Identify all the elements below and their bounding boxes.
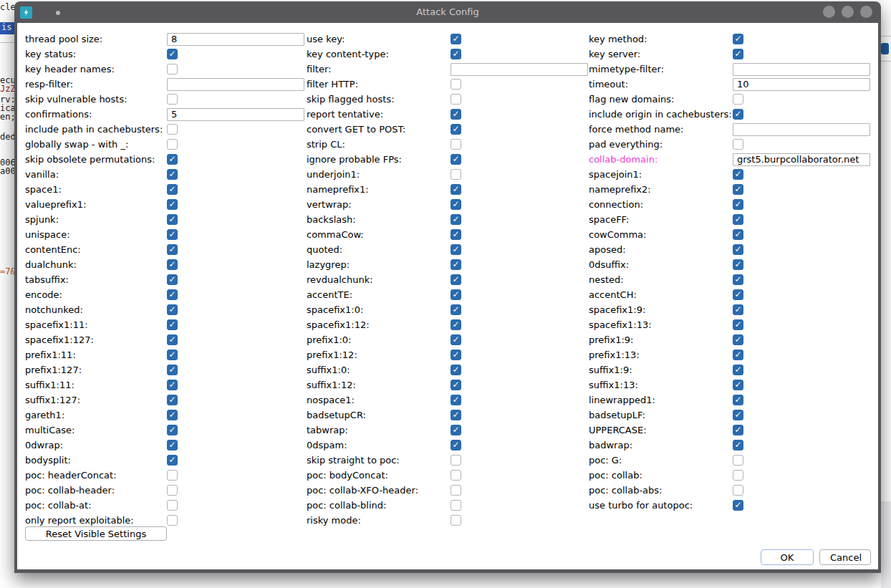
use-key-checkbox[interactable]: ✓ [451,34,461,44]
multicase-checkbox[interactable]: ✓ [167,425,178,435]
unispace-checkbox[interactable]: ✓ [167,229,178,240]
encode-checkbox[interactable]: ✓ [167,289,178,300]
revdualchunk-checkbox[interactable]: ✓ [451,274,461,285]
thread-pool-size-input[interactable] [167,33,304,46]
poc-bodyconcat-checkbox[interactable] [451,470,461,481]
risky-mode-checkbox[interactable] [451,515,461,526]
resp-filter-input[interactable] [167,78,304,91]
notchunked-checkbox[interactable]: ✓ [167,304,178,315]
quoted-checkbox[interactable]: ✓ [451,244,461,255]
linewrapped1-checkbox[interactable]: ✓ [733,395,743,405]
flag-new-domains-checkbox[interactable] [733,94,743,105]
suffix1-127-checkbox[interactable]: ✓ [167,395,178,405]
poc-collab-header-checkbox[interactable] [167,485,178,496]
mimetype-filter-input[interactable] [733,63,870,76]
suffix1-12-checkbox[interactable]: ✓ [451,380,461,390]
report-tentative-checkbox[interactable]: ✓ [451,109,461,120]
key-method-checkbox[interactable]: ✓ [733,34,743,44]
0dspam-checkbox[interactable]: ✓ [451,440,461,450]
0dwrap-checkbox[interactable]: ✓ [167,440,178,450]
key-status-checkbox[interactable]: ✓ [167,49,178,59]
contentenc-checkbox[interactable]: ✓ [167,244,178,255]
collab-domain-input[interactable] [733,153,870,166]
valueprefix1-checkbox[interactable]: ✓ [167,199,178,210]
cancel-button[interactable]: Cancel [819,549,871,565]
nameprefix1-checkbox[interactable]: ✓ [451,184,461,195]
spacefix1-127-checkbox[interactable]: ✓ [167,334,178,345]
dialog-titlebar[interactable]: Attack Config [14,1,881,23]
filter-input[interactable] [451,63,588,76]
poc-collab-checkbox[interactable] [733,470,743,481]
accentte-checkbox[interactable]: ✓ [451,289,461,300]
underjoin1-checkbox[interactable] [451,169,461,180]
strip-cl-checkbox[interactable] [451,139,461,150]
poc-collab-blind-checkbox[interactable] [451,500,461,511]
dualchunk-checkbox[interactable]: ✓ [167,259,178,270]
commacow-checkbox[interactable]: ✓ [451,229,461,240]
gareth1-checkbox[interactable]: ✓ [167,410,178,420]
prefix1-0-checkbox[interactable]: ✓ [451,334,461,345]
uppercase-checkbox[interactable]: ✓ [733,425,743,435]
force-method-name-input[interactable] [733,123,870,136]
key-content-type-checkbox[interactable]: ✓ [451,49,461,59]
key-server-checkbox[interactable]: ✓ [733,49,743,59]
reset-visible-settings-button[interactable]: Reset Visible Settings [25,526,167,541]
prefix1-11-checkbox[interactable]: ✓ [167,350,178,360]
spacefix1-0-checkbox[interactable]: ✓ [451,304,461,315]
suffix1-11-checkbox[interactable]: ✓ [167,380,178,390]
poc-collab-abs-checkbox[interactable] [733,485,743,496]
spaceff-checkbox[interactable]: ✓ [733,214,743,225]
vanilla-checkbox[interactable]: ✓ [167,169,178,180]
suffix1-0-checkbox[interactable]: ✓ [451,365,461,375]
close-button[interactable] [860,6,872,18]
connection-checkbox[interactable]: ✓ [733,199,743,210]
skip-flagged-hosts-checkbox[interactable] [451,94,461,105]
vertwrap-checkbox[interactable]: ✓ [451,199,461,210]
lazygrep-checkbox[interactable]: ✓ [451,259,461,270]
aposed-checkbox[interactable]: ✓ [733,244,743,255]
nested-checkbox[interactable]: ✓ [733,274,743,285]
badsetupcr-checkbox[interactable]: ✓ [451,410,461,420]
filter-http-checkbox[interactable] [451,79,461,90]
bodysplit-checkbox[interactable]: ✓ [167,455,178,466]
backslash-checkbox[interactable]: ✓ [451,214,461,225]
use-turbo-for-autopoc-checkbox[interactable]: ✓ [733,500,743,511]
ok-button[interactable]: OK [761,549,814,565]
spacejoin1-checkbox[interactable]: ✓ [733,169,743,180]
spacefix1-12-checkbox[interactable]: ✓ [451,319,461,330]
pad-everything-checkbox[interactable] [733,139,743,150]
accentch-checkbox[interactable]: ✓ [733,289,743,300]
poc-headerconcat-checkbox[interactable] [167,470,178,481]
skip-vulnerable-hosts-checkbox[interactable] [167,94,178,105]
convert-get-to-post-checkbox[interactable]: ✓ [451,124,461,135]
prefix1-127-checkbox[interactable]: ✓ [167,365,178,375]
spacefix1-11-checkbox[interactable]: ✓ [167,319,178,330]
poc-collab-xfo-header-checkbox[interactable] [451,485,461,496]
spacefix1-9-checkbox[interactable]: ✓ [733,304,743,315]
tabwrap-checkbox[interactable]: ✓ [451,425,461,435]
prefix1-9-checkbox[interactable]: ✓ [733,334,743,345]
spacefix1-13-checkbox[interactable]: ✓ [733,319,743,330]
globally-swap-with-checkbox[interactable] [167,139,178,150]
skip-obsolete-permutations-checkbox[interactable]: ✓ [167,154,178,165]
space1-checkbox[interactable]: ✓ [167,184,178,195]
nameprefix2-checkbox[interactable]: ✓ [733,184,743,195]
minimize-button[interactable] [823,6,835,18]
spjunk-checkbox[interactable]: ✓ [167,214,178,225]
skip-straight-to-poc-checkbox[interactable] [451,455,461,466]
0dsuffix-checkbox[interactable]: ✓ [733,259,743,270]
confirmations-input[interactable] [167,108,304,121]
ignore-probable-fps-checkbox[interactable]: ✓ [451,154,461,165]
prefix1-12-checkbox[interactable]: ✓ [451,350,461,360]
poc-collab-at-checkbox[interactable] [167,500,178,511]
poc-g-checkbox[interactable] [733,455,743,466]
cowcomma-checkbox[interactable]: ✓ [733,229,743,240]
badsetuplf-checkbox[interactable]: ✓ [733,410,743,420]
timeout-input[interactable] [733,78,870,91]
badwrap-checkbox[interactable]: ✓ [733,440,743,450]
only-report-exploitable-checkbox[interactable] [167,515,178,526]
suffix1-9-checkbox[interactable]: ✓ [733,365,743,375]
suffix1-13-checkbox[interactable]: ✓ [733,380,743,390]
key-header-names-checkbox[interactable] [167,64,178,74]
tabsuffix-checkbox[interactable]: ✓ [167,274,178,285]
